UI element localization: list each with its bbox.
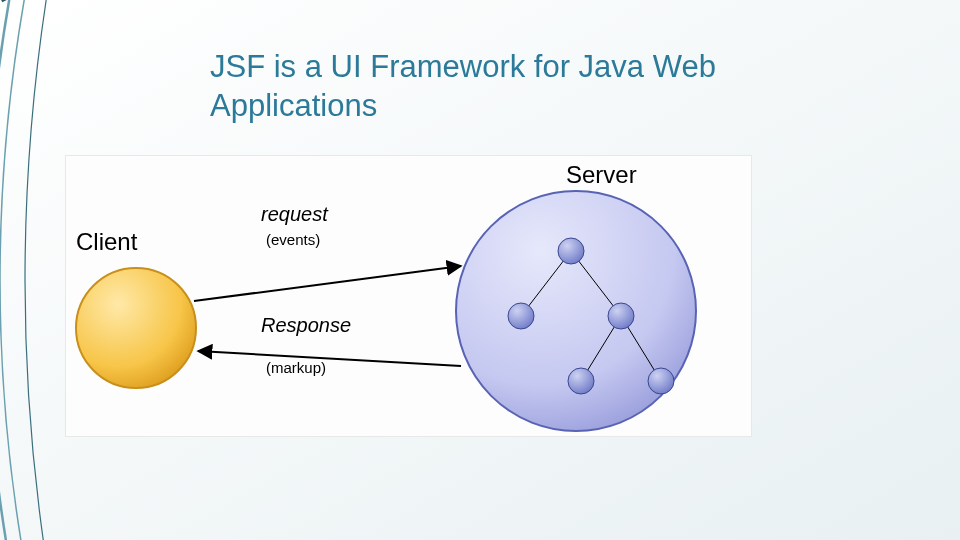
architecture-diagram: Client Server request (events) Response … [65,155,752,437]
request-arrow-icon [194,266,461,301]
svg-point-7 [568,368,594,394]
svg-point-5 [508,303,534,329]
svg-point-8 [648,368,674,394]
diagram-svg [66,156,751,436]
svg-point-4 [558,238,584,264]
svg-point-6 [608,303,634,329]
response-arrow-icon [198,351,461,366]
page-title: JSF is a UI Framework for Java Web Appli… [210,48,770,126]
server-circle-icon [456,191,696,431]
client-circle-icon [76,268,196,388]
